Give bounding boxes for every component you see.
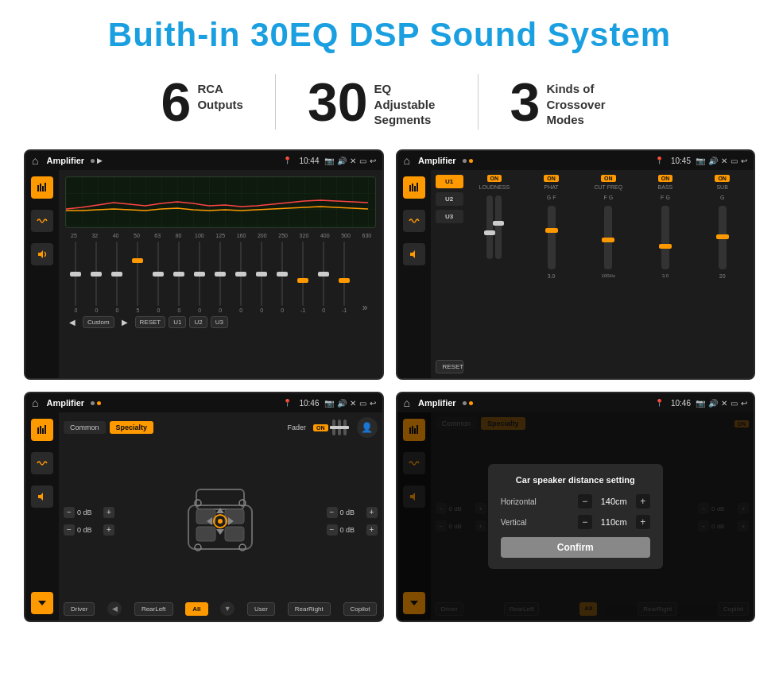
cs-plus-tl[interactable]: + — [103, 507, 114, 518]
eq-frequency-labels: 25 32 40 50 63 80 100 125 160 200 250 32… — [65, 233, 376, 238]
cs-rearleft-btn[interactable]: RearLeft — [134, 602, 173, 616]
dialog-horizontal-plus[interactable]: + — [636, 494, 650, 509]
amp-loudness-label: LOUDNESS — [479, 184, 510, 190]
eq-sidebar-icon-speaker[interactable] — [31, 243, 53, 265]
cs-copilot-btn[interactable]: Copilot — [343, 602, 378, 616]
eq-u1-btn[interactable]: U1 — [169, 316, 186, 328]
dialog-back-icon[interactable]: ↩ — [741, 399, 747, 408]
cs-minus-tr[interactable]: − — [327, 507, 338, 518]
amp-sub-on[interactable]: ON — [715, 175, 730, 182]
amp-reset-btn[interactable]: RESET — [436, 360, 463, 373]
eq-slider-6[interactable]: 0 — [170, 242, 188, 313]
amp-cutfreq-on[interactable]: ON — [601, 175, 616, 182]
cs-plus-bl[interactable]: + — [103, 524, 114, 536]
cs-common-tab[interactable]: Common — [64, 421, 106, 434]
eq-prev-btn[interactable]: ◀ — [65, 316, 79, 328]
cs-minus-tl[interactable]: − — [64, 507, 75, 518]
eq-time: 10:44 — [299, 157, 319, 165]
eq-slider-8[interactable]: 0 — [211, 242, 230, 313]
eq-slider-10[interactable]: 0 — [253, 242, 271, 313]
eq-slider-2[interactable]: 0 — [87, 242, 106, 313]
cs-plus-tr[interactable]: + — [366, 507, 378, 518]
status-dot-1 — [91, 159, 95, 163]
cs-minimize-icon[interactable]: ▭ — [359, 399, 366, 408]
amp-phat-on[interactable]: ON — [544, 175, 559, 182]
cs-specialty-tab[interactable]: Specialty — [110, 421, 154, 434]
camera-icon: 📷 — [324, 157, 334, 165]
dialog-minimize-icon[interactable]: ▭ — [731, 399, 738, 408]
cs-arrow-down[interactable]: ▼ — [220, 601, 234, 616]
amp-status-bar: ⌂ Amplifier 📍 10:45 📷 🔊 ✕ ▭ ↩ — [397, 151, 754, 170]
dialog-home-icon[interactable]: ⌂ — [404, 396, 410, 409]
cs-minus-br[interactable]: − — [327, 524, 338, 536]
amp-back-icon[interactable]: ↩ — [741, 157, 747, 165]
eq-slider-12[interactable]: -1 — [294, 242, 312, 313]
amp-close-icon[interactable]: ✕ — [721, 157, 727, 165]
eq-slider-1[interactable]: 0 — [67, 242, 85, 313]
freq-40: 40 — [109, 233, 123, 238]
dialog-vertical-plus[interactable]: + — [636, 515, 650, 529]
fader-slider-3[interactable] — [343, 420, 347, 435]
dialog-close-icon[interactable]: ✕ — [721, 399, 727, 408]
eq-slider-13[interactable]: 0 — [315, 242, 333, 313]
dialog-vertical-minus[interactable]: − — [578, 515, 592, 529]
cs-close-icon[interactable]: ✕ — [350, 399, 356, 408]
cs-sidebar-wave[interactable] — [31, 452, 53, 474]
eq-u2-btn[interactable]: U2 — [189, 316, 207, 328]
cs-on-badge[interactable]: ON — [313, 424, 328, 431]
stats-row: 6 RCAOutputs 30 EQ AdjustableSegments 3 … — [24, 74, 755, 130]
back-icon[interactable]: ↩ — [370, 157, 376, 165]
eq-reset-btn[interactable]: RESET — [135, 316, 166, 328]
cs-rearright-btn[interactable]: RearRight — [288, 602, 331, 616]
eq-u3-btn[interactable]: U3 — [211, 316, 228, 328]
cs-home-icon[interactable]: ⌂ — [32, 396, 38, 409]
amp-phat-g: G — [547, 195, 551, 200]
home-icon[interactable]: ⌂ — [32, 154, 38, 167]
dialog-horizontal-minus[interactable]: − — [578, 494, 592, 509]
amp-phat: ON PHAT G F 3.0 — [525, 175, 578, 373]
eq-play-btn[interactable]: ▶ — [118, 316, 132, 328]
fader-slider-2[interactable] — [338, 420, 341, 435]
amp-u1-btn[interactable]: U1 — [436, 175, 463, 188]
avatar-icon[interactable]: 👤 — [357, 417, 378, 438]
cs-arrow-left[interactable]: ◀ — [107, 601, 122, 616]
amp-minimize-icon[interactable]: ▭ — [731, 157, 738, 165]
cs-user-btn[interactable]: User — [247, 602, 275, 616]
amp-bass-on[interactable]: ON — [658, 175, 673, 182]
dialog-confirm-button[interactable]: Confirm — [501, 537, 650, 558]
cs-sidebar-expand[interactable] — [31, 592, 53, 614]
eq-slider-11[interactable]: 0 — [273, 242, 292, 313]
eq-slider-9[interactable]: 0 — [232, 242, 250, 313]
minimize-icon[interactable]: ▭ — [359, 157, 366, 165]
cs-plus-br[interactable]: + — [366, 524, 378, 536]
eq-slider-5[interactable]: 0 — [149, 242, 168, 313]
eq-expand-btn[interactable]: » — [356, 302, 374, 313]
close-icon[interactable]: ✕ — [350, 157, 356, 165]
amp-sidebar-eq[interactable] — [403, 176, 425, 199]
amp-home-icon[interactable]: ⌂ — [404, 154, 410, 167]
cs-driver-btn[interactable]: Driver — [64, 602, 95, 616]
fader-slider-1[interactable] — [332, 420, 335, 435]
eq-sidebar-icon-eq[interactable] — [31, 176, 53, 199]
cs-sidebar-eq[interactable] — [31, 419, 53, 441]
amp-loudness-on[interactable]: ON — [487, 175, 502, 182]
svg-marker-10 — [410, 250, 415, 258]
freq-25: 25 — [67, 233, 81, 238]
amp-u2-btn[interactable]: U2 — [436, 192, 463, 206]
amp-sidebar-wave[interactable] — [403, 210, 425, 232]
cs-status-icons — [91, 401, 101, 405]
main-title: Buith-in 30EQ DSP Sound System — [24, 16, 755, 54]
eq-sidebar-icon-wave[interactable] — [31, 210, 53, 232]
eq-slider-3[interactable]: 0 — [108, 242, 126, 313]
cs-sidebar-speaker[interactable] — [31, 485, 53, 508]
cs-minus-bl[interactable]: − — [64, 524, 75, 536]
eq-slider-14[interactable]: -1 — [335, 242, 354, 313]
cs-all-btn[interactable]: All — [185, 602, 207, 616]
eq-sliders: 0 0 0 5 0 0 0 0 0 0 0 -1 0 -1 » — [65, 242, 376, 313]
cs-screen-content: Common Specialty Fader ON 👤 — [25, 412, 382, 621]
cs-back-icon[interactable]: ↩ — [370, 399, 376, 408]
amp-sidebar-speaker[interactable] — [403, 243, 425, 265]
eq-slider-7[interactable]: 0 — [191, 242, 209, 313]
amp-u3-btn[interactable]: U3 — [436, 210, 463, 223]
eq-slider-4[interactable]: 5 — [129, 242, 147, 313]
